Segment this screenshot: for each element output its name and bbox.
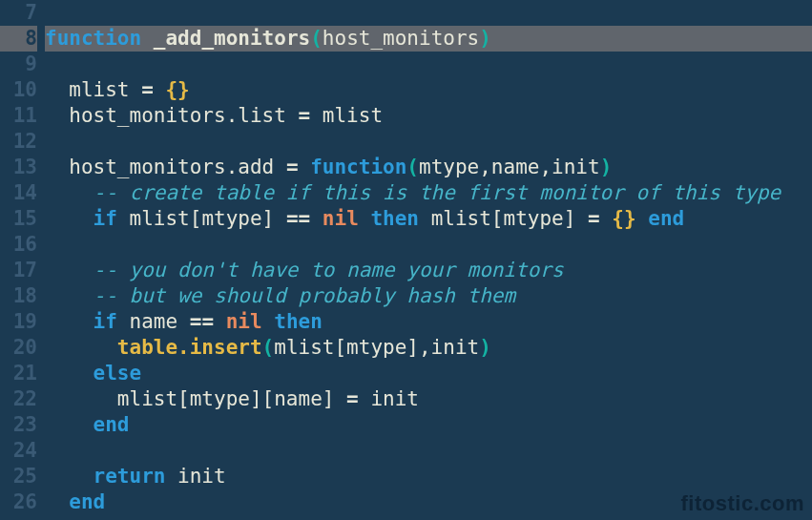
code-token [310,206,323,232]
line-number: 25 [0,464,37,489]
code-token [45,335,117,361]
line-number: 16 [0,232,37,258]
code-token [141,26,154,52]
code-token: if [94,206,117,232]
code-token: {} [165,77,189,103]
line-number: 7 [0,0,37,26]
code-token [600,206,613,232]
code-line[interactable]: else [45,361,812,386]
code-token: mlist[mtype],init [274,335,479,361]
code-token: = [588,206,600,232]
code-token: host_monitors [323,26,479,52]
code-line[interactable]: return init [45,464,812,489]
code-token: host_monitors.list [45,103,299,129]
code-token [45,309,94,335]
line-number: 21 [0,361,37,386]
line-number: 15 [0,206,37,232]
code-token: nil [226,309,262,335]
code-token: ( [406,155,419,180]
line-number: 24 [0,438,37,464]
code-editor[interactable]: 7891011121314151617181920212223242526 fu… [0,0,812,520]
line-number: 19 [0,309,37,335]
code-token: = [299,103,311,129]
code-line[interactable]: host_monitors.list = mlist [45,103,812,129]
code-token: _add_monitors [154,26,310,52]
code-line[interactable]: if name == nil then [45,309,812,335]
code-token [636,206,649,232]
code-token: end [94,412,130,438]
code-token: == [190,309,214,335]
code-token [45,258,94,283]
code-line[interactable] [45,52,812,77]
code-token: then [274,309,323,335]
code-line[interactable] [45,0,812,26]
code-token: -- create table if this is the first mon… [94,180,781,206]
code-line[interactable]: function _add_monitors(host_monitors) [45,26,812,52]
code-line[interactable]: table.insert(mlist[mtype],init) [45,335,812,361]
code-token: nil [323,206,359,232]
code-line[interactable]: end [45,412,812,438]
code-token: function [45,26,141,52]
code-token: == [286,206,310,232]
code-token: {} [612,206,635,232]
line-number: 8 [0,26,37,52]
code-line[interactable]: -- create table if this is the first mon… [45,180,812,206]
code-line[interactable] [45,232,812,258]
code-token: -- but we should probably hash them [94,283,516,309]
line-number: 18 [0,283,37,309]
line-number: 17 [0,258,37,283]
code-area[interactable]: function _add_monitors(host_monitors) ml… [45,0,812,520]
code-token [45,412,94,438]
line-number: 14 [0,180,37,206]
code-token: table.insert [117,335,262,361]
code-token: host_monitors.add [45,155,286,180]
line-number: 11 [0,103,37,129]
code-token: mlist[mtype] [117,206,286,232]
code-token [45,361,94,386]
code-token [45,206,94,232]
code-line[interactable]: -- but we should probably hash them [45,283,812,309]
code-line[interactable]: -- you don't have to name your monitors [45,258,812,283]
line-number: 12 [0,129,37,155]
code-token: ) [600,155,613,180]
code-token [214,309,226,335]
line-number: 13 [0,155,37,180]
line-number: 20 [0,335,37,361]
code-token: end [69,489,105,515]
code-token: mlist [45,77,141,103]
code-line[interactable] [45,438,812,464]
code-token: -- you don't have to name your monitors [94,258,564,283]
code-token: mlist[mtype][name] [45,386,346,412]
code-token: ) [479,26,491,52]
code-token [154,77,166,103]
code-token: = [346,386,359,412]
code-token: return [94,464,166,489]
code-token [45,489,69,515]
code-token: if [94,309,117,335]
code-token [45,180,94,206]
code-token: ( [262,335,275,361]
code-token: mlist[mtype] [419,206,588,232]
code-token: ) [479,335,491,361]
code-line[interactable] [45,129,812,155]
code-token: name [117,309,190,335]
code-token: = [141,77,154,103]
line-number: 10 [0,77,37,103]
code-token [45,464,94,489]
line-number: 23 [0,412,37,438]
code-token: else [94,361,142,386]
code-token [299,155,311,180]
code-token: = [286,155,299,180]
line-number: 26 [0,489,37,515]
code-token [262,309,275,335]
code-line[interactable]: host_monitors.add = function(mtype,name,… [45,155,812,180]
code-line[interactable]: mlist[mtype][name] = init [45,386,812,412]
code-line[interactable]: mlist = {} [45,77,812,103]
code-token [359,206,371,232]
code-token: mtype,name,init [419,155,600,180]
code-line[interactable]: if mlist[mtype] == nil then mlist[mtype]… [45,206,812,232]
code-token: ( [310,26,323,52]
code-token [45,283,94,309]
watermark: fitostic.com [681,490,804,516]
code-token: end [648,206,684,232]
